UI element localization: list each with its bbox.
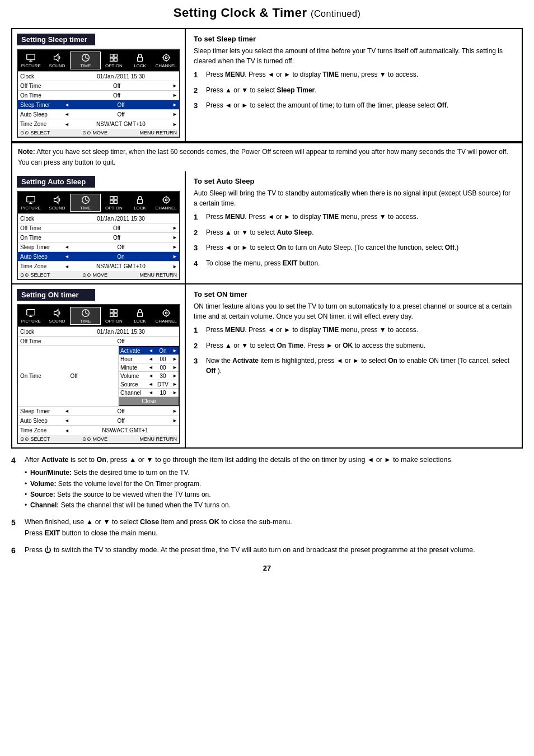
- menu-icons-row: PICTURE SOUND TIME: [18, 50, 179, 71]
- sleep-timer-menu: PICTURE SOUND TIME: [17, 49, 180, 138]
- note-section: Note: After you have set sleep timer, wh…: [12, 142, 522, 171]
- submenu-row-minute: Minute ◄ 00 ►: [119, 363, 179, 372]
- svg-rect-47: [138, 312, 143, 316]
- table-row: Time Zone◄NSW/ACT GMT+10►: [18, 262, 179, 271]
- menu-icon-picture: PICTURE: [18, 195, 44, 211]
- list-item: 1 Press MENU. Press ◄ or ► to display TI…: [194, 325, 514, 336]
- svg-rect-43: [110, 310, 113, 312]
- list-item: 3 Press ◄ or ► to select the amount of t…: [194, 100, 514, 111]
- list-item: 1 Press MENU. Press ◄ or ► to display TI…: [194, 212, 514, 223]
- svg-rect-36: [27, 310, 35, 315]
- submenu-row-source: Source ◄ DTV ►: [119, 380, 179, 389]
- list-item: Source: Sets the source to be viewed whe…: [25, 489, 523, 500]
- table-row: Auto Sleep◄Off►: [18, 110, 179, 119]
- svg-point-13: [165, 57, 167, 59]
- list-item: 2 Press ▲ or ▼ to select On Time. Press …: [194, 340, 514, 352]
- svg-line-6: [86, 58, 88, 59]
- svg-rect-18: [27, 197, 35, 202]
- on-timer-intro: ON timer feature allows you to set the T…: [194, 301, 514, 321]
- bullet-list: Hour/Minute: Sets the desired time to tu…: [25, 468, 523, 511]
- on-timer-left: Setting ON timer PICTURE SOUND: [12, 284, 186, 447]
- menu-icon-channel: CHANNEL: [153, 53, 179, 68]
- svg-rect-27: [110, 200, 113, 203]
- table-row: Off TimeOff►: [18, 223, 179, 233]
- auto-sleep-intro: Auto Sleep will bring the TV to standby …: [194, 188, 514, 208]
- page-title: Setting Clock & Timer (Continued): [11, 6, 523, 20]
- on-timer-right: To set ON timer ON timer feature allows …: [186, 284, 522, 447]
- menu-icon-option: OPTION: [101, 308, 127, 324]
- list-item: 2 Press ▲ or ▼ to select Auto Sleep.: [194, 227, 514, 239]
- auto-sleep-right: To set Auto Sleep Auto Sleep will bring …: [186, 171, 522, 283]
- menu-icon-time: TIME: [70, 307, 101, 325]
- menu-icon-sound: SOUND: [44, 53, 71, 68]
- list-item: 3 Now the Activate item is highlighted, …: [194, 356, 514, 376]
- svg-marker-39: [54, 310, 58, 317]
- menu-icon-channel: CHANNEL: [153, 308, 179, 324]
- table-row: Time Zone◄NSW/ACT GMT+10►: [18, 119, 179, 129]
- submenu-close-row: Close: [119, 397, 179, 405]
- svg-rect-29: [138, 199, 143, 203]
- svg-rect-44: [114, 310, 117, 312]
- svg-point-12: [163, 55, 169, 61]
- table-row: Clock01/Jan /2011 15:30: [18, 327, 179, 337]
- auto-sleep-header: Setting Auto Sleep: [17, 176, 95, 188]
- auto-sleep-menu: PICTURE SOUND TIME: [17, 191, 180, 280]
- submenu-row-volume: Volume ◄ 30 ►: [119, 372, 179, 380]
- auto-sleep-right-title: To set Auto Sleep: [194, 177, 514, 185]
- list-item: Hour/Minute: Sets the desired time to tu…: [25, 468, 523, 478]
- svg-point-49: [165, 312, 167, 315]
- menu-icon-lock: LOCK: [127, 53, 153, 68]
- table-row: Clock01/Jan /2011 15:30: [18, 214, 179, 223]
- on-timer-menu-rows: Clock01/Jan /2011 15:30 Off TimeOff On T…: [18, 326, 179, 435]
- list-item: 3 Press ◄ or ► to select On to turn on A…: [194, 242, 514, 254]
- sleep-timer-header: Setting Sleep timer: [17, 34, 95, 45]
- svg-rect-46: [114, 314, 117, 316]
- note-label: Note:: [18, 148, 35, 156]
- on-timer-menu: PICTURE SOUND TIME: [17, 304, 180, 444]
- submenu-row-channel: Channel ◄ 10 ►: [119, 389, 179, 397]
- svg-rect-45: [110, 314, 113, 316]
- svg-rect-8: [114, 54, 117, 57]
- menu-icon-lock: LOCK: [127, 308, 153, 324]
- table-row: Sleep Timer◄Off►: [18, 407, 179, 416]
- on-timer-right-title: To set ON timer: [194, 290, 514, 298]
- svg-rect-7: [110, 54, 113, 57]
- menu-footer: ⊙⊙ SELECT ⊙⊙ MOVE MENU RETURN: [18, 129, 179, 137]
- svg-marker-3: [54, 54, 58, 62]
- note-text: After you have set sleep timer, when the…: [18, 148, 508, 166]
- auto-sleep-section: Setting Auto Sleep PICTURE SOUND: [12, 171, 522, 284]
- menu-icons-row: PICTURE SOUND TIME: [18, 305, 179, 326]
- menu-icon-lock: LOCK: [127, 195, 153, 211]
- list-item: 5 When finished, use ▲ or ▼ to select Cl…: [11, 516, 523, 539]
- on-timer-steps: 1 Press MENU. Press ◄ or ► to display TI…: [194, 325, 514, 376]
- auto-sleep-steps: 1 Press MENU. Press ◄ or ► to display TI…: [194, 212, 514, 269]
- on-time-row-with-sub: On Time Off Activate ◄ On ►: [18, 346, 179, 407]
- table-row-on-time: On Time Off: [18, 346, 85, 406]
- table-row: On TimeOff►: [18, 91, 179, 100]
- table-row-auto-sleep: Auto Sleep◄On►: [18, 252, 179, 262]
- svg-rect-26: [114, 197, 117, 199]
- list-item: 2 Press ▲ or ▼ to select Sleep Timer.: [194, 85, 514, 96]
- table-row: Off TimeOff►: [18, 81, 179, 91]
- on-timer-header: Setting ON timer: [17, 289, 95, 301]
- svg-rect-9: [110, 58, 113, 61]
- table-row: Off TimeOff: [18, 337, 179, 346]
- table-row: Sleep Timer◄Off►: [18, 242, 179, 252]
- list-item: Channel: Sets the channel that will be t…: [25, 500, 523, 511]
- svg-rect-25: [110, 197, 113, 199]
- sleep-timer-right-title: To set Sleep timer: [194, 35, 514, 43]
- on-timer-section: Setting ON timer PICTURE SOUND: [12, 284, 522, 447]
- table-row-sleep-timer: Sleep Timer◄Off►: [18, 100, 179, 110]
- auto-sleep-menu-rows: Clock01/Jan /2011 15:30 Off TimeOff► On …: [18, 213, 179, 271]
- page-number: 27: [11, 564, 523, 572]
- list-item: 1 Press MENU. Press ◄ or ► to display TI…: [194, 69, 514, 81]
- menu-icons-row: PICTURE SOUND TIME: [18, 192, 179, 213]
- svg-line-24: [86, 200, 88, 201]
- menu-footer: ⊙⊙ SELECT ⊙⊙ MOVE MENU RETURN: [18, 271, 179, 279]
- menu-footer: ⊙⊙ SELECT ⊙⊙ MOVE MENU RETURN: [18, 435, 179, 443]
- sleep-timer-menu-rows: Clock01/Jan /2011 15:30 Off TimeOff► On …: [18, 71, 179, 129]
- sleep-timer-left: Setting Sleep timer PICTURE: [12, 29, 186, 141]
- menu-icon-sound: SOUND: [44, 195, 71, 211]
- menu-icon-sound: SOUND: [44, 308, 71, 324]
- svg-point-48: [163, 310, 169, 316]
